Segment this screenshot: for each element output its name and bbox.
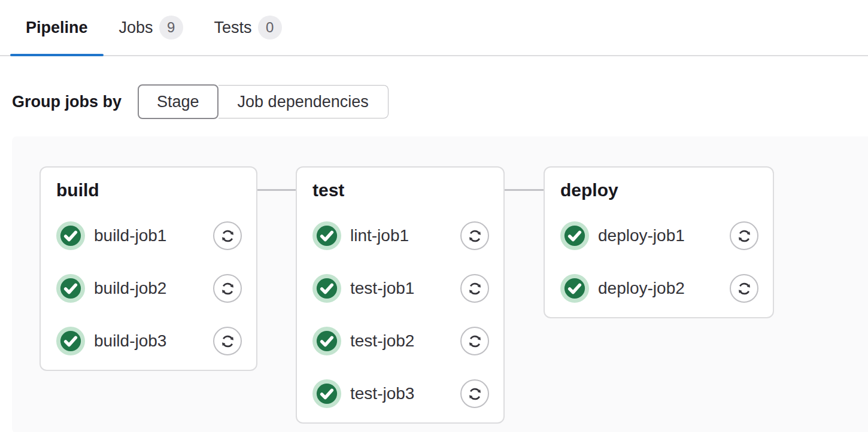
jobs-count-badge: 9 [159,16,183,39]
job-name-link[interactable]: lint-job1 [350,226,409,245]
retry-job-button[interactable] [213,221,242,250]
job-name-link[interactable]: test-job3 [350,384,414,403]
stage-connector-test-deploy [503,189,545,191]
job-name-link[interactable]: build-job2 [94,279,166,298]
retry-icon [220,281,236,297]
job-row[interactable]: test-job3 [312,379,489,408]
stage-title: test [312,180,489,201]
job-row[interactable]: build-job3 [56,327,242,355]
tab-jobs[interactable]: Jobs 9 [104,0,199,55]
stage-title: build [56,180,242,201]
job-name-link[interactable]: deploy-job1 [598,226,685,245]
retry-icon [220,333,236,349]
retry-icon [467,228,483,244]
stage-job-list: lint-job1 test-job1 test-job2 [312,221,489,408]
job-row[interactable]: build-job2 [56,274,242,303]
stage-card-deploy: deploy deploy-job1 deploy-job2 [544,166,774,318]
group-by-stage-button[interactable]: Stage [138,84,218,119]
retry-icon [736,281,752,297]
tab-pipeline-label: Pipeline [26,19,88,37]
status-success-icon [56,221,85,250]
group-by-segmented-control: Stage Job dependencies [138,84,389,119]
status-success-icon [560,274,589,303]
stage-job-list: build-job1 build-job2 build-job3 [56,221,242,355]
retry-job-button[interactable] [460,221,489,250]
job-row[interactable]: build-job1 [56,221,242,250]
job-name-link[interactable]: deploy-job2 [598,279,685,298]
stage-title: deploy [560,180,758,201]
status-success-icon [56,274,85,303]
job-row[interactable]: deploy-job1 [560,221,758,250]
group-by-job-dependencies-button[interactable]: Job dependencies [218,85,389,118]
job-row[interactable]: test-job1 [312,274,489,303]
retry-job-button[interactable] [460,327,489,355]
retry-job-button[interactable] [730,221,758,250]
pipeline-detail-tabs: Pipeline Jobs 9 Tests 0 [0,0,868,56]
group-jobs-by-label: Group jobs by [12,93,122,111]
stage-card-build: build build-job1 build-job2 build-job3 [40,166,257,371]
job-row[interactable]: lint-job1 [312,221,489,250]
group-jobs-by-row: Group jobs by Stage Job dependencies [12,84,868,119]
status-success-icon [560,221,589,250]
retry-job-button[interactable] [213,327,242,355]
job-name-link[interactable]: test-job1 [350,279,414,298]
retry-icon [220,228,236,244]
status-success-icon [312,274,341,303]
tab-jobs-label: Jobs [119,19,153,37]
job-row[interactable]: deploy-job2 [560,274,758,303]
retry-job-button[interactable] [213,274,242,303]
job-name-link[interactable]: build-job3 [94,331,166,351]
retry-job-button[interactable] [730,274,758,303]
status-success-icon [312,327,341,355]
status-success-icon [312,379,341,408]
tab-tests[interactable]: Tests 0 [199,0,298,55]
tests-count-badge: 0 [258,16,282,39]
retry-icon [736,228,752,244]
retry-job-button[interactable] [460,379,489,408]
status-success-icon [312,221,341,250]
retry-icon [467,386,483,402]
job-row[interactable]: test-job2 [312,327,489,355]
stage-job-list: deploy-job1 deploy-job2 [560,221,758,303]
job-name-link[interactable]: test-job2 [350,331,414,351]
tab-pipeline[interactable]: Pipeline [10,0,104,55]
job-name-link[interactable]: build-job1 [94,226,166,245]
retry-icon [467,333,483,349]
tab-tests-label: Tests [214,19,252,37]
retry-job-button[interactable] [460,274,489,303]
pipeline-graph: build build-job1 build-job2 build-job3 [12,136,868,432]
status-success-icon [56,327,85,355]
stage-card-test: test lint-job1 test-job1 test-job2 [296,166,505,424]
retry-icon [467,281,483,297]
stage-connector-build-test [256,189,297,191]
